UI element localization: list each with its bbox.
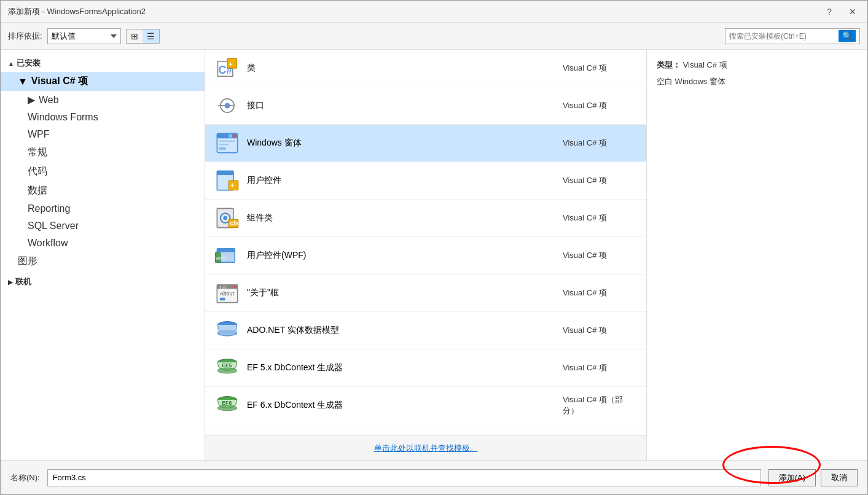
svg-text:WPF: WPF [216,255,227,261]
item-category: Visual C# 项 [563,250,636,261]
list-item[interactable]: 接口 Visual C# 项 [205,87,646,125]
svg-text:cls: cls [230,220,238,227]
svg-text:EF6: EF6 [222,400,232,406]
wpf-usercontrol-icon: WPF [215,243,240,268]
ef5-icon: EF5 [215,356,240,380]
search-box: 🔍 [725,28,860,44]
item-category: Visual C# 项 [563,63,636,74]
list-item[interactable]: C# + 类 Visual C# 项 [205,50,646,87]
ef6-icon: EF6 [215,393,240,418]
svg-rect-32 [220,298,225,300]
list-item[interactable]: EF6 EF 6.x DbContext 生成器 Visual C# 项（部分） [205,387,646,424]
bottom-buttons: 添加(A) 取消 [768,469,858,486]
item-name: 用户控件 [247,175,555,186]
sidebar-item-label: Web [39,95,59,106]
dialog: 添加新项 - WindowsFormsApplication2 ? ✕ 排序依据… [0,0,868,495]
svg-point-20 [223,216,227,220]
installed-label: 已安装 [17,58,41,69]
title-bar: 添加新项 - WindowsFormsApplication2 ? ✕ [1,1,867,23]
help-button[interactable]: ? [823,6,835,18]
online-header: ▶ 联机 [1,273,205,290]
sidebar-item-label: Workflow [28,238,68,249]
list-item[interactable]: EF5 EF 5.x DbContext 生成器 Visual C# 项 [205,349,646,387]
name-label: 名称(N): [10,472,40,483]
online-expand-icon: ▶ [8,279,13,286]
info-description: 空白 Windows 窗体 [657,76,858,88]
sidebar-item-workflow[interactable]: Workflow [1,235,205,252]
online-label: 联机 [15,276,31,287]
list-view-button[interactable]: ☰ [143,29,159,43]
item-category: Visual C# 项 [563,325,636,336]
search-button[interactable]: 🔍 [839,30,856,42]
list-item[interactable]: WPF 用户控件(WPF) Visual C# 项 [205,237,646,275]
item-category: Visual C# 项 [563,287,636,298]
close-button[interactable]: ✕ [845,6,860,18]
online-link-row: 单击此处以联机并查找模板。 [205,435,646,460]
sidebar-item-code[interactable]: 代码 [1,162,205,181]
sidebar-item-label: SQL Server [28,220,79,232]
type-value: Visual C# 项 [683,60,727,69]
svg-rect-11 [219,141,236,142]
sort-select[interactable]: 默认值 [47,28,121,44]
list-item[interactable]: 1.0 About "关于"框 Visual C# 项 [205,275,646,312]
add-button[interactable]: 添加(A) [768,469,816,486]
sidebar-item-label: 常规 [28,146,47,159]
title-bar-buttons: ? ✕ [823,6,860,18]
info-type: 类型： Visual C# 项 [657,60,858,71]
svg-rect-30 [233,286,237,288]
list-item[interactable]: + 用户控件 Visual C# 项 [205,162,646,200]
windows-form-icon [215,131,240,155]
item-name: EF 5.x DbContext 生成器 [247,362,555,373]
svg-text:+: + [229,60,233,68]
sidebar-item-label: 代码 [28,165,47,178]
sidebar-item-label: Reporting [28,203,70,214]
usercontrol-icon: + [215,168,240,193]
item-name: 类 [247,63,555,74]
item-name: Windows 窗体 [247,138,555,149]
item-category: Visual C# 项 [563,175,636,186]
grid-view-button[interactable]: ⊞ [127,29,143,43]
svg-text:+: + [230,181,234,190]
installed-header: ▲ 已安装 [1,55,205,72]
sidebar-item-general[interactable]: 常规 [1,143,205,162]
list-item[interactable]: ADO.NET 实体数据模型 Visual C# 项 [205,312,646,349]
svg-text:1.0: 1.0 [219,285,226,290]
item-name: EF 6.x DbContext 生成器 [247,400,555,411]
svg-point-39 [217,405,237,411]
class-icon: C# + [215,56,240,80]
adonet-icon [215,318,240,343]
item-category: Visual C# 项 [563,362,636,373]
sidebar-item-web[interactable]: ▶ Web [1,91,205,109]
cancel-button[interactable]: 取消 [821,469,858,486]
svg-point-36 [217,368,237,373]
item-category: Visual C# 项 [563,100,636,111]
item-list: C# + 类 Visual C# 项 [205,50,646,435]
list-item-windows-form[interactable]: Windows 窗体 Visual C# 项 [205,125,646,162]
list-item[interactable]: cls 组件类 Visual C# 项 [205,200,646,237]
info-panel: 类型： Visual C# 项 空白 Windows 窗体 [646,50,867,460]
installed-expand-icon: ▲ [8,60,14,67]
sidebar-item-visual-csharp[interactable]: ▼ Visual C# 项 [1,72,205,91]
sidebar-item-graphics[interactable]: 图形 [1,252,205,271]
sidebar-item-windows-forms[interactable]: Windows Forms [1,109,205,126]
toolbar: 排序依据: 默认值 ⊞ ☰ 🔍 [1,23,867,50]
sidebar-item-label: 数据 [28,184,47,197]
sidebar: ▲ 已安装 ▼ Visual C# 项 ▶ Web Windows Forms … [1,50,205,460]
main-content: ▲ 已安装 ▼ Visual C# 项 ▶ Web Windows Forms … [1,50,867,460]
sidebar-item-data[interactable]: 数据 [1,181,205,200]
svg-text:About: About [220,290,235,297]
sidebar-item-reporting[interactable]: Reporting [1,200,205,217]
sidebar-item-sql-server[interactable]: SQL Server [1,217,205,235]
expand-icon: ▼ [18,76,28,87]
item-category: Visual C# 项 [563,212,636,224]
online-link[interactable]: 单击此处以联机并查找模板。 [374,443,478,453]
item-name: "关于"框 [247,287,555,298]
sidebar-item-label: Visual C# 项 [31,75,88,88]
search-input[interactable] [729,32,836,41]
sidebar-item-wpf[interactable]: WPF [1,126,205,143]
svg-rect-10 [233,134,237,138]
svg-rect-13 [219,147,226,150]
name-input[interactable] [47,469,761,486]
component-icon: cls [215,206,240,230]
expand-icon-web: ▶ [28,94,35,106]
